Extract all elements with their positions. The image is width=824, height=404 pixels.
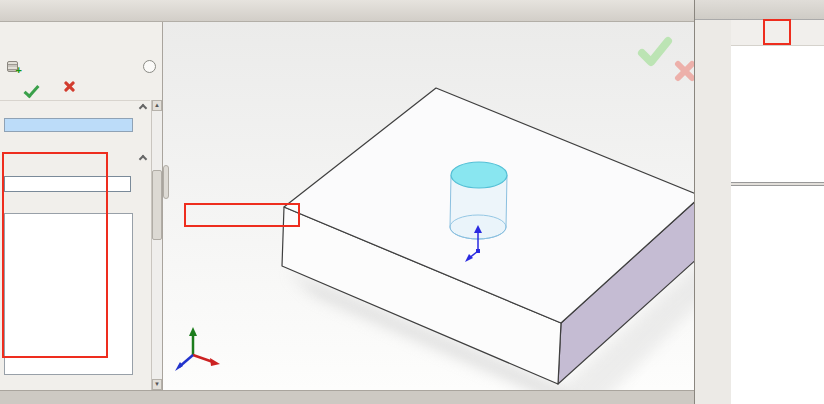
property-manager-panel: ▲ ▼ bbox=[0, 22, 163, 390]
save-to-header[interactable] bbox=[6, 153, 146, 162]
help-icon[interactable] bbox=[143, 60, 156, 73]
ok-button[interactable] bbox=[24, 82, 40, 99]
divider bbox=[0, 100, 150, 101]
file-name-input[interactable] bbox=[4, 176, 131, 192]
design-library-tree bbox=[731, 49, 824, 177]
reference-triad bbox=[175, 327, 220, 371]
library-folder-tree bbox=[4, 213, 133, 375]
model-3d bbox=[163, 22, 694, 390]
scroll-down-icon[interactable]: ▼ bbox=[152, 379, 162, 390]
confirm-check-icon[interactable] bbox=[642, 41, 668, 62]
design-library-toolbar bbox=[731, 20, 824, 46]
collapse-section-icon[interactable] bbox=[139, 104, 147, 112]
collapse-section-icon[interactable] bbox=[139, 155, 147, 163]
task-pane bbox=[694, 0, 824, 404]
add-to-library-icon bbox=[7, 61, 18, 72]
pane-splitter[interactable] bbox=[731, 182, 824, 186]
solidworks-window: ▲ ▼ bbox=[0, 0, 824, 404]
study-tab-bar bbox=[0, 390, 694, 404]
panel-splitter-handle[interactable] bbox=[163, 165, 169, 199]
scrollbar[interactable]: ▲ ▼ bbox=[151, 100, 162, 390]
items-to-add-list[interactable] bbox=[4, 118, 133, 132]
cancel-button[interactable] bbox=[63, 80, 75, 92]
task-pane-header bbox=[695, 0, 824, 20]
items-to-add-header[interactable] bbox=[6, 102, 146, 111]
graphics-viewport[interactable] bbox=[163, 22, 694, 390]
tab-scroll-buttons bbox=[0, 391, 6, 404]
cancel-x-icon[interactable] bbox=[678, 64, 692, 78]
design-library-pane bbox=[731, 20, 824, 404]
scroll-up-icon[interactable]: ▲ bbox=[152, 100, 162, 111]
scroll-thumb[interactable] bbox=[152, 170, 162, 240]
cylinder-top-face[interactable] bbox=[451, 162, 507, 188]
